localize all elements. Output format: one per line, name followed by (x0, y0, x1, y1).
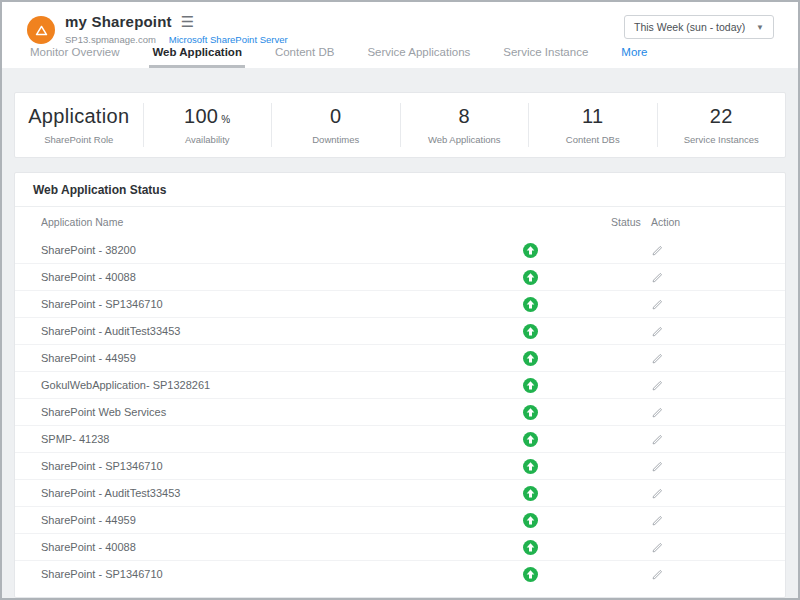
application-name: SharePoint - 44959 (41, 352, 136, 364)
header: my Sharepoint ☰ SP13.spmanage.com Micros… (2, 2, 798, 68)
status-up-icon (523, 405, 538, 420)
table-row: SharePoint - 44959 (15, 344, 785, 371)
table-row: SharePoint - SP1346710 (15, 452, 785, 479)
table-row: SharePoint - SP1346710 (15, 560, 785, 587)
application-name: SharePoint - SP1346710 (41, 298, 163, 310)
summary-stats-card: Application SharePoint Role 100% Availab… (14, 92, 786, 158)
column-application-name: Application Name (41, 216, 510, 228)
edit-icon[interactable] (651, 325, 664, 338)
edit-icon[interactable] (651, 514, 664, 527)
stat-service-instances: 22 Service Instances (657, 103, 786, 147)
edit-icon[interactable] (651, 271, 664, 284)
stat-content-dbs: 11 Content DBs (528, 103, 657, 147)
status-up-icon (523, 351, 538, 366)
tab-bar: Monitor Overview Web Application Content… (27, 46, 678, 68)
tab-service-instance[interactable]: Service Instance (500, 46, 591, 68)
application-name: SharePoint - SP1346710 (41, 460, 163, 472)
application-name: SharePoint Web Services (41, 406, 166, 418)
tab-more[interactable]: More (618, 46, 650, 68)
web-application-status-panel: Web Application Status Application Name … (14, 172, 786, 598)
monitor-title-block: my Sharepoint ☰ SP13.spmanage.com Micros… (65, 13, 288, 45)
table-row: SharePoint - 40088 (15, 533, 785, 560)
app-window: my Sharepoint ☰ SP13.spmanage.com Micros… (0, 0, 800, 600)
tab-service-applications[interactable]: Service Applications (364, 46, 473, 68)
host-name: SP13.spmanage.com (65, 34, 156, 45)
server-type-link[interactable]: Microsoft SharePoint Server (169, 34, 288, 45)
table-row: SharePoint - 44959 (15, 506, 785, 533)
chevron-down-icon: ▼ (756, 23, 764, 32)
table-row: SharePoint - 38200 (15, 237, 785, 263)
status-up-icon (523, 513, 538, 528)
stat-availability: 100% Availability (143, 103, 272, 147)
date-range-value: This Week (sun - today) (634, 21, 745, 33)
status-up-icon (523, 459, 538, 474)
application-name: SharePoint - SP1346710 (41, 568, 163, 580)
status-up-icon (523, 567, 538, 582)
table-body: SharePoint - 38200 SharePoint - 40088 (15, 237, 785, 587)
date-range-select[interactable]: This Week (sun - today) ▼ (624, 15, 774, 39)
application-name: SPMP- 41238 (41, 433, 109, 445)
table-row: GokulWebApplication- SP1328261 (15, 371, 785, 398)
edit-icon[interactable] (651, 379, 664, 392)
status-up-icon (523, 486, 538, 501)
stat-sharepoint-role: Application SharePoint Role (15, 103, 143, 147)
edit-icon[interactable] (651, 352, 664, 365)
application-name: SharePoint - AuditTest33453 (41, 487, 180, 499)
stat-web-applications: 8 Web Applications (400, 103, 529, 147)
monitor-avatar (27, 16, 55, 44)
application-name: SharePoint - 44959 (41, 514, 136, 526)
table-row: SharePoint - AuditTest33453 (15, 317, 785, 344)
application-name: SharePoint - 40088 (41, 271, 136, 283)
main-content: Application SharePoint Role 100% Availab… (2, 68, 798, 598)
tab-monitor-overview[interactable]: Monitor Overview (27, 46, 122, 68)
stat-downtimes: 0 Downtimes (271, 103, 400, 147)
application-name: SharePoint - 40088 (41, 541, 136, 553)
warning-triangle-icon (34, 23, 49, 38)
application-name: GokulWebApplication- SP1328261 (41, 379, 210, 391)
status-up-icon (523, 297, 538, 312)
panel-title: Web Application Status (15, 173, 785, 207)
page-title: my Sharepoint (65, 13, 172, 30)
table-row: SPMP- 41238 (15, 425, 785, 452)
status-up-icon (523, 540, 538, 555)
tab-web-application[interactable]: Web Application (149, 46, 244, 68)
tab-content-db[interactable]: Content DB (272, 46, 337, 68)
application-name: SharePoint - AuditTest33453 (41, 325, 180, 337)
table-header-row: Application Name Status Action (15, 207, 785, 237)
menu-icon[interactable]: ☰ (181, 14, 194, 29)
status-up-icon (523, 378, 538, 393)
status-up-icon (523, 243, 538, 258)
status-up-icon (523, 432, 538, 447)
application-name: SharePoint - 38200 (41, 244, 136, 256)
table-row: SharePoint - 40088 (15, 263, 785, 290)
table-row: SharePoint - AuditTest33453 (15, 479, 785, 506)
edit-icon[interactable] (651, 460, 664, 473)
table-row: SharePoint - SP1346710 (15, 290, 785, 317)
edit-icon[interactable] (651, 433, 664, 446)
column-status: Status (611, 216, 651, 228)
edit-icon[interactable] (651, 298, 664, 311)
edit-icon[interactable] (651, 244, 664, 257)
table-row: SharePoint Web Services (15, 398, 785, 425)
edit-icon[interactable] (651, 406, 664, 419)
edit-icon[interactable] (651, 487, 664, 500)
column-action: Action (651, 216, 759, 228)
status-up-icon (523, 270, 538, 285)
edit-icon[interactable] (651, 541, 664, 554)
status-up-icon (523, 324, 538, 339)
edit-icon[interactable] (651, 568, 664, 581)
